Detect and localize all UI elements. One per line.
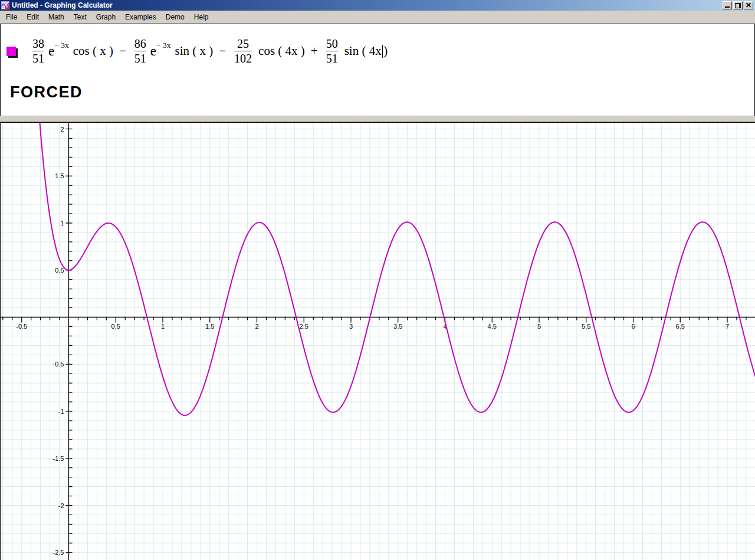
close-button[interactable] bbox=[744, 1, 753, 9]
menu-edit[interactable]: Edit bbox=[22, 12, 44, 22]
restore-icon bbox=[735, 3, 741, 8]
fraction-numerator: 86 bbox=[134, 37, 146, 50]
equation-formula: 38 51 e − 3x cos ( x ) − 86 51 e − 3x si… bbox=[30, 37, 388, 65]
svg-text:-1.5: -1.5 bbox=[53, 455, 64, 462]
minus-operator: − bbox=[219, 44, 226, 58]
fraction-bar bbox=[326, 51, 338, 51]
svg-text:-1: -1 bbox=[58, 408, 64, 415]
graph-pane: -0.50.511.522.533.544.555.566.5721.510.5… bbox=[0, 122, 755, 560]
fraction-numerator: 50 bbox=[326, 37, 338, 50]
fraction-numerator: 25 bbox=[237, 37, 249, 50]
menu-demo[interactable]: Demo bbox=[161, 12, 189, 22]
fraction-4: 50 51 bbox=[326, 37, 338, 65]
app-window: Untitled - Graphing Calculator File Edit… bbox=[0, 0, 755, 560]
title-bar: Untitled - Graphing Calculator bbox=[0, 0, 755, 11]
svg-text:-2: -2 bbox=[58, 502, 64, 509]
fraction-1: 38 51 bbox=[32, 37, 44, 65]
fraction-bar bbox=[234, 51, 252, 51]
svg-text:6.5: 6.5 bbox=[676, 323, 685, 330]
svg-text:0.5: 0.5 bbox=[55, 267, 64, 274]
svg-text:7: 7 bbox=[726, 323, 729, 330]
pane-splitter[interactable] bbox=[0, 116, 755, 122]
cos-4x-term: cos ( 4x ) bbox=[258, 44, 305, 58]
svg-text:1.5: 1.5 bbox=[205, 323, 214, 330]
menu-text[interactable]: Text bbox=[69, 12, 91, 22]
fraction-denominator: 51 bbox=[134, 52, 146, 65]
curve-color-swatch[interactable] bbox=[6, 47, 16, 56]
exp-base: e bbox=[48, 44, 54, 59]
svg-text:-0.5: -0.5 bbox=[53, 361, 64, 368]
grid-lines bbox=[1, 123, 755, 560]
svg-text:5: 5 bbox=[537, 323, 541, 330]
minimize-button[interactable] bbox=[723, 1, 732, 9]
menu-file[interactable]: File bbox=[1, 12, 22, 22]
fraction-3: 25 102 bbox=[234, 37, 252, 65]
graph-canvas[interactable]: -0.50.511.522.533.544.555.566.5721.510.5… bbox=[1, 123, 755, 560]
sin-4x-term: sin ( 4x bbox=[344, 44, 382, 58]
svg-text:1: 1 bbox=[161, 323, 165, 330]
plus-operator: + bbox=[311, 44, 318, 58]
svg-text:2: 2 bbox=[255, 323, 258, 330]
exp-exponent: − 3x bbox=[54, 41, 69, 50]
close-icon bbox=[746, 2, 751, 8]
window-controls bbox=[723, 1, 753, 9]
fraction-bar bbox=[134, 51, 146, 51]
exp-base: e bbox=[150, 44, 156, 59]
window-title: Untitled - Graphing Calculator bbox=[12, 1, 113, 9]
svg-text:5.5: 5.5 bbox=[582, 323, 590, 330]
exp-exponent: − 3x bbox=[156, 41, 171, 50]
svg-text:6: 6 bbox=[631, 323, 635, 330]
fraction-numerator: 38 bbox=[32, 37, 44, 50]
cos-x-term: cos ( x ) bbox=[73, 44, 113, 58]
svg-text:0.5: 0.5 bbox=[111, 323, 120, 330]
svg-text:1.5: 1.5 bbox=[55, 172, 64, 179]
svg-text:3: 3 bbox=[349, 323, 353, 330]
axes bbox=[1, 123, 755, 560]
svg-text:-2.5: -2.5 bbox=[53, 549, 64, 556]
svg-text:1: 1 bbox=[60, 220, 64, 227]
fraction-2: 86 51 bbox=[134, 37, 146, 65]
menu-bar: File Edit Math Text Graph Examples Demo … bbox=[0, 11, 755, 24]
graphing-calculator-app-icon bbox=[1, 1, 9, 9]
svg-text:2: 2 bbox=[60, 126, 64, 133]
svg-text:2.5: 2.5 bbox=[300, 323, 308, 330]
menu-graph[interactable]: Graph bbox=[91, 12, 120, 22]
menu-help[interactable]: Help bbox=[189, 12, 214, 22]
fraction-denominator: 102 bbox=[234, 52, 252, 65]
menu-math[interactable]: Math bbox=[44, 12, 69, 22]
fraction-denominator: 51 bbox=[326, 52, 338, 65]
minus-operator: − bbox=[119, 44, 126, 58]
axis-labels: -0.50.511.522.533.544.555.566.5721.510.5… bbox=[16, 126, 729, 556]
sin-x-term: sin ( x ) bbox=[175, 44, 214, 58]
fraction-bar bbox=[32, 51, 44, 51]
minimize-icon bbox=[725, 6, 730, 8]
closing-paren: ) bbox=[383, 44, 388, 58]
menu-examples[interactable]: Examples bbox=[120, 12, 161, 22]
restore-button[interactable] bbox=[733, 1, 743, 9]
svg-text:4.5: 4.5 bbox=[488, 323, 497, 330]
svg-text:-0.5: -0.5 bbox=[16, 323, 27, 330]
fraction-denominator: 51 bbox=[32, 52, 44, 65]
text-cursor bbox=[382, 45, 383, 58]
forced-text-annotation[interactable]: FORCED bbox=[10, 83, 83, 101]
equation-pane: 38 51 e − 3x cos ( x ) − 86 51 e − 3x si… bbox=[0, 24, 755, 116]
svg-text:3.5: 3.5 bbox=[393, 323, 402, 330]
equation-row[interactable]: 38 51 e − 3x cos ( x ) − 86 51 e − 3x si… bbox=[6, 37, 388, 65]
